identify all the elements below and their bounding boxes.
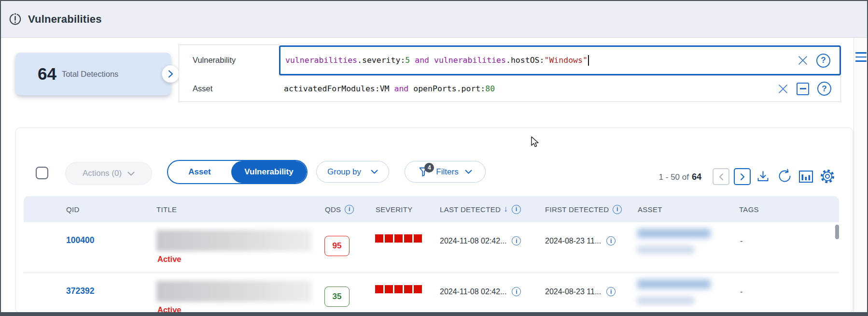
column-label: TITLE [156,205,177,214]
column-label: QDS [325,205,341,214]
settings-icon[interactable] [819,168,836,185]
chevron-down-icon [465,170,472,174]
clear-icon[interactable] [778,84,788,94]
sort-desc-icon[interactable] [504,204,508,214]
table-body: 100400 Active 95 2024-11-08 02:42... 202… [24,222,839,313]
column-label: SEVERITY [376,205,413,214]
info-icon[interactable] [512,205,521,214]
vulnerabilities-icon [9,13,22,26]
download-icon[interactable] [756,170,770,184]
remove-row-icon[interactable] [797,83,809,95]
qid-link[interactable]: 100400 [66,235,94,245]
pagination-info: 1 - 50 of64 [629,171,701,183]
column-header-title[interactable]: TITLE [152,205,323,214]
vulnerability-query-label: Vulnerability [179,44,280,76]
column-header-asset[interactable]: ASSET [631,205,734,214]
group-by-dropdown[interactable]: Group by [316,161,389,183]
title-cell: Active [152,222,323,273]
pagination-range: 1 - 50 of [659,172,689,182]
qds-badge: 35 [324,287,350,307]
view-toggle-vulnerability[interactable]: Vulnerability [231,161,307,183]
table-row[interactable]: 100400 Active 95 2024-11-08 02:42... 202… [24,222,839,273]
column-header-qid[interactable]: QID [64,205,152,214]
redacted-asset [637,279,711,289]
info-icon[interactable] [512,287,521,296]
vulnerability-query-input[interactable]: vulnerabilities.severity:5 and vulnerabi… [279,45,841,75]
help-icon[interactable] [816,54,830,68]
filters-count-badge: 4 [424,163,434,172]
severity-block [404,285,412,293]
vulnerability-query-value: vulnerabilities.severity:5 and vulnerabi… [285,55,589,66]
info-icon[interactable] [512,236,521,245]
info-icon[interactable] [613,205,622,214]
severity-block [375,234,383,243]
status-badge: Active [157,255,323,264]
right-rail [854,38,868,313]
column-header-first_detected[interactable]: FIRST DETECTED [544,205,631,214]
first-detected-value: 2024-08-23 11... [545,287,601,296]
help-icon[interactable] [817,82,831,96]
severity-block [414,234,422,243]
title-cell: Active [152,273,323,313]
view-toggle-asset[interactable]: Asset [168,161,231,183]
column-label: QID [66,205,80,214]
qid-link[interactable]: 372392 [66,286,94,296]
table-row[interactable]: 372392 Active 35 2024-11-08 02:42... 202… [24,273,839,313]
column-label: ASSET [638,205,662,214]
severity-cell [369,222,437,273]
severity-block [404,234,412,243]
qid-cell: 372392 [64,273,152,313]
total-detections-count: 64 [38,64,56,84]
page-header: Vulnerabilities [1,1,867,38]
tags-value: - [734,222,839,273]
last-detected-cell: 2024-11-08 02:42... [437,222,544,273]
column-header-tags[interactable]: TAGS [734,205,839,214]
column-header-severity[interactable]: SEVERITY [369,205,437,214]
tags-value: - [734,273,839,313]
qds-cell: 95 [323,222,369,273]
severity-bar [375,285,437,293]
view-toggle: Asset Vulnerability [167,160,308,184]
menu-icon[interactable] [855,52,867,65]
chart-icon[interactable] [798,170,813,183]
asset-query-value: activatedForModules:VM and openPorts.por… [284,84,495,93]
first-detected-value: 2024-08-23 11... [545,237,601,245]
row-select-cell [24,222,64,273]
severity-block [414,285,422,293]
severity-block [394,285,403,293]
text-caret [588,55,589,66]
filters-dropdown[interactable]: 4 Filters [405,161,486,183]
info-icon[interactable] [606,287,616,296]
last-detected-value: 2024-11-08 02:42... [440,287,506,296]
asset-query-input[interactable]: activatedForModules:VM and openPorts.por… [279,75,841,102]
redacted-title [156,281,312,302]
table-header: QIDTITLEQDSSEVERITYLAST DETECTEDFIRST DE… [24,196,839,222]
column-header-last_detected[interactable]: LAST DETECTED [437,204,544,214]
chevron-right-icon [168,70,173,78]
qid-cell: 100400 [64,222,152,273]
table-scrollbar-thumb[interactable] [835,225,839,239]
column-label: TAGS [739,205,759,214]
asset-cell [631,273,734,313]
prev-page-button[interactable] [713,168,729,185]
total-detections-card: 64 Total Detections [15,53,171,95]
asset-query-label: Asset [179,75,280,102]
redacted-asset-line2 [637,297,694,304]
refresh-icon[interactable] [777,169,792,184]
clear-icon[interactable] [798,55,808,66]
select-all-checkbox[interactable] [36,167,48,179]
info-icon[interactable] [606,236,616,245]
actions-dropdown[interactable]: Actions (0) [65,162,152,185]
info-icon[interactable] [345,205,354,214]
severity-block [375,285,383,293]
filters-label: Filters [436,167,458,177]
expand-summary-button[interactable] [162,65,180,83]
asset-cell [631,222,734,273]
severity-block [385,285,393,293]
funnel-icon: 4 [418,166,430,178]
chevron-down-icon [371,170,378,174]
severity-cell [369,273,437,313]
next-page-button[interactable] [734,168,751,185]
results-panel: Actions (0) Asset Vulnerability Group by… [15,128,853,313]
column-header-qds[interactable]: QDS [323,205,369,214]
